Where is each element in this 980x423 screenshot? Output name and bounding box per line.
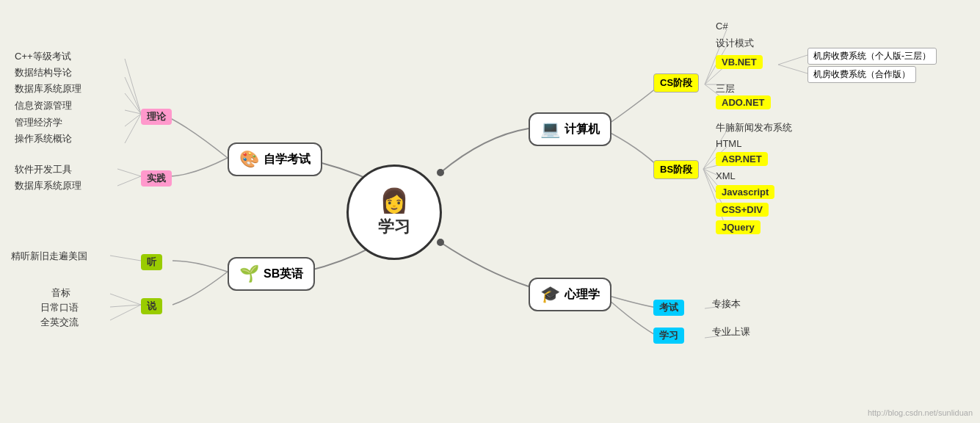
zikao-lilun-item-0: C++等级考试 (15, 50, 71, 63)
xinli-xuexi-item-0: 专业上课 (712, 325, 750, 339)
zikao-lilun-item-2: 数据库系统原理 (15, 82, 81, 95)
ting-badge: 听 (141, 254, 162, 270)
shuo-badge: 说 (141, 298, 162, 314)
zikao-lilun-item-1: 数据结构导论 (15, 66, 72, 79)
zikao-lilun-item-5: 操作系统概论 (15, 132, 72, 145)
cs-item-0: C# (716, 21, 728, 32)
ting-item-0: 精听新旧走遍美国 (11, 250, 87, 263)
zikao-icon: 🎨 (239, 150, 259, 169)
xinlixue-label: 心理学 (565, 287, 600, 303)
center-label: 学习 (378, 216, 410, 238)
svg-point-1 (437, 169, 444, 176)
vbnet-sub-0: 机房收费系统（个人版-三层） (807, 48, 937, 65)
zikao-lilun-item-3: 信息资源管理 (15, 99, 72, 112)
cs-item-1: 设计模式 (716, 37, 754, 50)
jisuanji-label: 计算机 (565, 122, 600, 137)
jisuanji-icon: 💻 (540, 120, 560, 139)
zikao-label: 自学考试 (264, 152, 311, 167)
shuo-item-0: 音标 (51, 286, 70, 300)
english-label: SB英语 (264, 267, 303, 282)
aspnet-badge: ASP.NET (716, 152, 768, 166)
shijian-badge: 实践 (141, 170, 172, 187)
center-icon: 👩 (380, 187, 409, 214)
bs-item-1: HTML (716, 138, 741, 149)
cssdiv-badge: CSS+DIV (716, 203, 769, 217)
xinli-xuexi-badge: 学习 (653, 328, 684, 344)
lilun-badge: 理论 (141, 109, 172, 125)
bs-item-0: 牛腩新闻发布系统 (716, 121, 792, 134)
vbnet-badge: VB.NET (716, 55, 763, 69)
zikao-shijian-item-0: 软件开发工具 (15, 163, 72, 176)
branch-jisuanji: 💻 计算机 (529, 112, 611, 146)
english-icon: 🌱 (239, 264, 259, 283)
bs-item-3: XML (716, 170, 736, 181)
kaoshi-badge: 考试 (653, 300, 684, 316)
shuo-item-1: 日常口语 (40, 301, 79, 314)
watermark: http://blog.csdn.net/sunliduan (868, 408, 973, 417)
xinli-kaoshi-item-0: 专接本 (712, 297, 741, 311)
adonet-badge: ADO.NET (716, 95, 771, 109)
bs-stage-label: BS阶段 (653, 160, 699, 179)
vbnet-sub-1: 机房收费系统（合作版） (807, 66, 916, 83)
branch-zikao: 🎨 自学考试 (228, 142, 322, 176)
branch-english: 🌱 SB英语 (228, 257, 315, 291)
svg-point-2 (437, 239, 444, 246)
center-node: 👩 学习 (346, 164, 442, 260)
javascript-badge: Javascript (716, 185, 774, 199)
shuo-item-2: 全英交流 (40, 316, 79, 329)
jquery-badge: JQuery (716, 220, 761, 234)
branch-xinlixue: 🎓 心理学 (529, 278, 611, 311)
mindmap-canvas: 👩 学习 🎨 自学考试 理论 实践 C++等级考试 数据结构导论 数据库系统原理… (0, 0, 980, 423)
xinlixue-icon: 🎓 (540, 285, 560, 304)
cs-stage-label: CS阶段 (653, 73, 699, 93)
zikao-lilun-item-4: 管理经济学 (15, 116, 62, 129)
zikao-shijian-item-1: 数据库系统原理 (15, 179, 81, 192)
cs-item-3: 三层 (716, 82, 735, 95)
